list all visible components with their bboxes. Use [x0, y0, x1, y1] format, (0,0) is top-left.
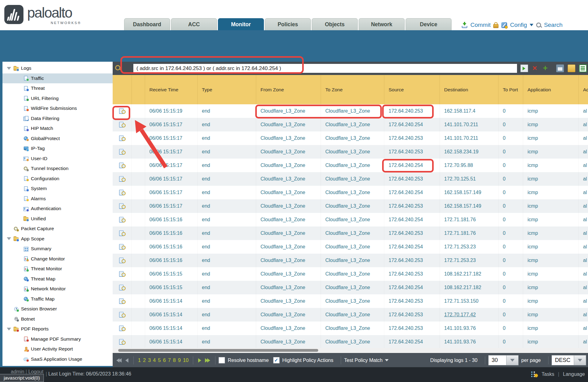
previous-page-button[interactable]	[125, 358, 128, 363]
cell-destination[interactable]: 141.101.70.211	[440, 131, 498, 145]
cell-destination[interactable]: 162.158.157.149	[440, 186, 498, 199]
cell-to-zone[interactable]: Cloudflare_L3_Zone	[321, 145, 384, 159]
page-number-6[interactable]: 6	[163, 357, 166, 363]
export-logs-icon[interactable]	[579, 64, 587, 72]
cell-from-zone[interactable]: Cloudflare_L3_Zone	[256, 186, 321, 199]
sidebar-item-change-monitor[interactable]: Change Monitor	[2, 254, 113, 264]
cell-application[interactable]: icmp	[523, 172, 579, 186]
sidebar-item-traffic[interactable]: Traffic	[2, 73, 113, 84]
cell-to-zone[interactable]: Cloudflare_L3_Zone	[321, 213, 384, 226]
column-header-to-zone[interactable]: To Zone	[321, 75, 384, 104]
log-detail-icon[interactable]	[119, 149, 126, 155]
commit-button[interactable]: Commit	[470, 22, 490, 28]
cell-source[interactable]: 172.64.240.253	[384, 199, 440, 213]
sidebar-item-threat-monitor[interactable]: Threat Monitor	[2, 264, 113, 274]
log-detail-icon[interactable]	[119, 244, 126, 250]
cell-from-zone[interactable]: Cloudflare_L3_Zone	[256, 131, 321, 145]
cell-destination[interactable]: 172.71.181.76	[440, 213, 498, 226]
cell-from-zone[interactable]: Cloudflare_L3_Zone	[256, 335, 321, 348]
cell-from-zone[interactable]: Cloudflare_L3_Zone	[256, 226, 321, 240]
column-header-to-port[interactable]: To Port	[498, 75, 523, 104]
tab-network[interactable]: Network	[359, 18, 405, 30]
cell-source[interactable]: 172.64.240.254	[384, 213, 440, 226]
cell-from-zone[interactable]: Cloudflare_L3_Zone	[256, 281, 321, 294]
column-header-blank[interactable]	[113, 75, 132, 104]
cell-destination[interactable]: 172.71.153.150	[440, 294, 498, 308]
cell-destination[interactable]: 172.70.125.51	[440, 172, 498, 186]
column-header-type[interactable]: Type	[198, 75, 256, 104]
page-number-2[interactable]: 2	[143, 357, 146, 363]
page-number-7[interactable]: 7	[168, 357, 171, 363]
cell-destination[interactable]: 108.162.217.182	[440, 267, 498, 281]
cell-application[interactable]: icmp	[523, 335, 579, 348]
cell-to-zone[interactable]: Cloudflare_L3_Zone	[321, 281, 384, 294]
tab-policies[interactable]: Policies	[265, 18, 311, 30]
cell-source[interactable]: 172.64.240.254	[384, 159, 440, 172]
page-number-4[interactable]: 4	[153, 357, 156, 363]
sidebar-item-traffic-map[interactable]: Traffic Map	[2, 294, 113, 304]
search-button[interactable]: Search	[544, 22, 562, 28]
cell-source[interactable]: 172.64.240.254	[384, 335, 440, 348]
log-detail-icon[interactable]	[119, 135, 126, 141]
logout-link[interactable]: Logout	[28, 369, 44, 374]
tab-device[interactable]: Device	[406, 18, 452, 30]
cell-to-zone[interactable]: Cloudflare_L3_Zone	[321, 322, 384, 335]
sort-order-select[interactable]: DESC	[552, 355, 586, 365]
cell-from-zone[interactable]: Cloudflare_L3_Zone	[256, 254, 321, 267]
column-header-receive-time[interactable]: Receive Time	[145, 75, 198, 104]
cell-destination[interactable]: 162.158.234.19	[440, 145, 498, 159]
highlight-policy-actions-checkbox[interactable]: ✓	[273, 357, 280, 363]
sort-order-dropdown-button[interactable]	[574, 355, 586, 365]
cell-to-zone[interactable]: Cloudflare_L3_Zone	[321, 226, 384, 240]
tab-acc[interactable]: ACC	[171, 18, 217, 30]
sidebar-item-packet-capture[interactable]: Packet Capture	[2, 224, 113, 234]
log-detail-icon[interactable]	[119, 258, 126, 264]
cell-source[interactable]: 172.64.240.253	[384, 131, 440, 145]
cell-source[interactable]: 172.64.240.253	[384, 104, 440, 118]
log-detail-icon[interactable]	[119, 190, 126, 196]
apply-filter-icon[interactable]	[520, 64, 528, 72]
column-header-ac[interactable]: Ac	[579, 75, 588, 104]
cell-application[interactable]: icmp	[523, 240, 579, 254]
sidebar-item-configuration[interactable]: Configuration	[2, 174, 113, 184]
save-filter-icon[interactable]	[556, 64, 564, 72]
page-number-3[interactable]: 3	[148, 357, 151, 363]
cell-application[interactable]: icmp	[523, 199, 579, 213]
load-filter-icon[interactable]	[568, 64, 575, 72]
log-filter-input[interactable]	[133, 64, 517, 73]
log-detail-icon[interactable]	[119, 217, 126, 223]
sidebar-item-session-browser[interactable]: Session Browser	[2, 304, 113, 314]
log-detail-icon[interactable]	[119, 230, 126, 236]
cell-from-zone[interactable]: Cloudflare_L3_Zone	[256, 322, 321, 335]
cell-source[interactable]: 172.64.240.253	[384, 267, 440, 281]
cell-source[interactable]: 172.64.240.254	[384, 240, 440, 254]
next-page-button[interactable]	[198, 358, 201, 363]
column-header-application[interactable]: Application	[523, 75, 579, 104]
log-detail-icon[interactable]	[119, 326, 126, 331]
sidebar-item-manage-pdf-summary[interactable]: Manage PDF Summary	[2, 334, 113, 344]
cell-from-zone[interactable]: Cloudflare_L3_Zone	[256, 240, 321, 254]
sidebar-item-user-id[interactable]: User-ID	[2, 154, 113, 164]
cell-from-zone[interactable]: Cloudflare_L3_Zone	[256, 199, 321, 213]
cell-source[interactable]: 172.64.240.253	[384, 294, 440, 308]
cell-destination[interactable]: 172.71.253.23	[440, 254, 498, 267]
cell-to-zone[interactable]: Cloudflare_L3_Zone	[321, 254, 384, 267]
page-number-10[interactable]: 10	[183, 357, 189, 363]
cell-application[interactable]: icmp	[523, 213, 579, 226]
log-detail-icon[interactable]	[119, 285, 126, 291]
page-number-5[interactable]: 5	[158, 357, 161, 363]
config-button[interactable]: Config	[510, 22, 527, 28]
sidebar-item-logs[interactable]: Logs	[2, 63, 113, 73]
log-detail-icon[interactable]	[119, 163, 126, 168]
language-button[interactable]: Language	[563, 372, 585, 377]
cell-application[interactable]: icmp	[523, 254, 579, 267]
cell-application[interactable]: icmp	[523, 186, 579, 199]
lock-icon[interactable]	[493, 24, 498, 28]
cell-destination[interactable]: 172.70.177.42	[440, 308, 498, 322]
sidebar-item-app-scope[interactable]: App Scope	[2, 234, 113, 244]
cell-from-zone[interactable]: Cloudflare_L3_Zone	[256, 172, 321, 186]
cell-from-zone[interactable]: Cloudflare_L3_Zone	[256, 308, 321, 322]
cell-to-zone[interactable]: Cloudflare_L3_Zone	[321, 308, 384, 322]
cell-source[interactable]: 172.64.240.254	[384, 281, 440, 294]
expander-triangle-icon[interactable]	[7, 328, 11, 330]
